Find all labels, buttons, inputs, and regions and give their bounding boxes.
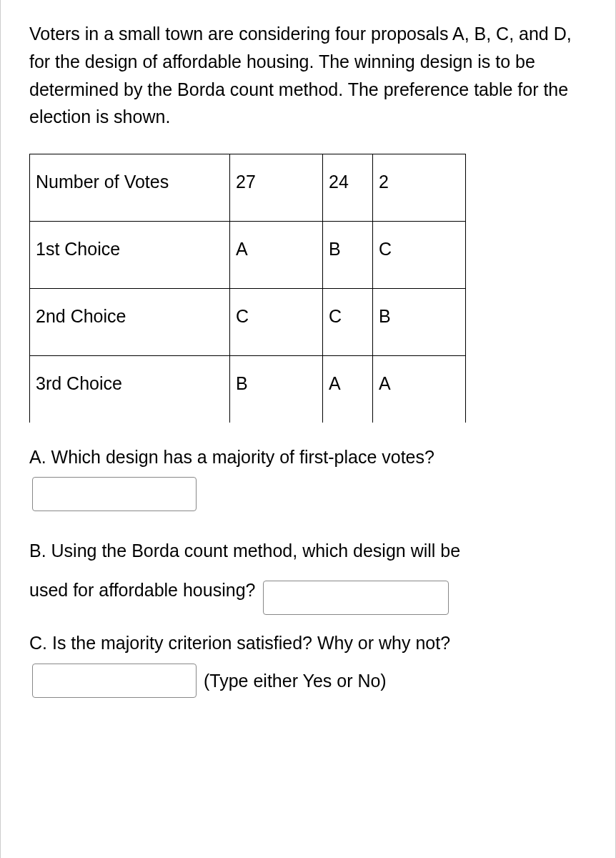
choice1-col1: A <box>230 222 323 289</box>
votes-col1: 27 <box>230 154 323 222</box>
table-row: 1st Choice A B C <box>30 222 466 289</box>
question-c-text: C. Is the majority criterion satisfied? … <box>29 630 587 657</box>
choice1-col3: C <box>373 222 466 289</box>
choice2-col3: B <box>373 289 466 356</box>
question-b-text-2: used for affordable housing? <box>29 580 255 600</box>
answer-a-input[interactable] <box>32 477 197 511</box>
table-row: Number of Votes 27 24 2 <box>30 154 466 222</box>
table-row: 3rd Choice B A A <box>30 356 466 423</box>
table-row: 2nd Choice C C B <box>30 289 466 356</box>
choice2-col1: C <box>230 289 323 356</box>
question-c-hint: (Type either Yes or No) <box>204 671 387 691</box>
choice3-label: 3rd Choice <box>30 356 230 423</box>
choice2-label: 2nd Choice <box>30 289 230 356</box>
choice3-col1: B <box>230 356 323 423</box>
answer-b-input[interactable] <box>263 581 449 615</box>
choice3-col3: A <box>373 356 466 423</box>
votes-header-label: Number of Votes <box>30 154 230 222</box>
problem-statement: Voters in a small town are considering f… <box>29 20 587 131</box>
votes-col3: 2 <box>373 154 466 222</box>
answer-c-input[interactable] <box>32 664 197 698</box>
question-a-text: A. Which design has a majority of first-… <box>29 444 587 471</box>
question-b-text-1: B. Using the Borda count method, which d… <box>29 541 460 561</box>
choice3-col2: A <box>323 356 373 423</box>
choice2-col2: C <box>323 289 373 356</box>
votes-col2: 24 <box>323 154 373 222</box>
preference-table: Number of Votes 27 24 2 1st Choice A B C… <box>29 154 466 423</box>
choice1-label: 1st Choice <box>30 222 230 289</box>
choice1-col2: B <box>323 222 373 289</box>
